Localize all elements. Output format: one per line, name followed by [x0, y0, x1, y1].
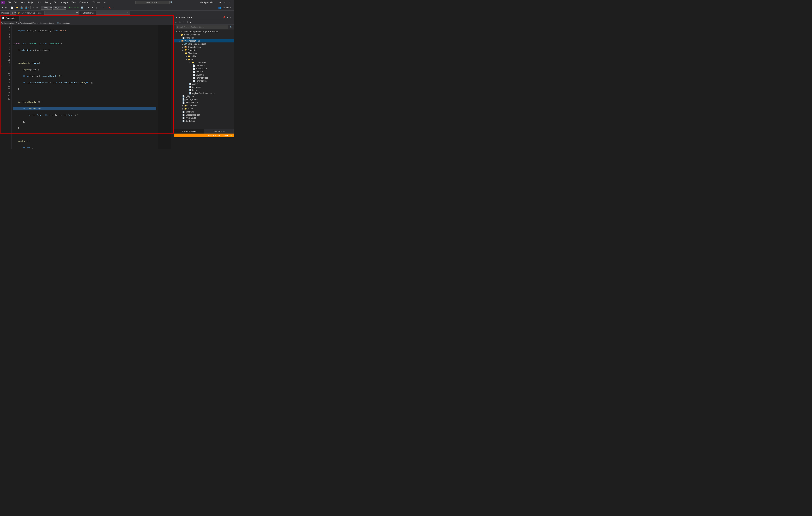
close-btn[interactable]: ✕	[228, 1, 232, 4]
live-share-btn[interactable]: 👥 Live Share	[216, 6, 233, 9]
se-view-btn[interactable]: 👁	[182, 21, 185, 24]
tree-gitignore-1[interactable]: 📄 .gitignore	[174, 95, 234, 98]
se-search-btn[interactable]: 🔍	[229, 26, 233, 29]
menu-edit[interactable]: Edit	[12, 1, 19, 4]
se-chevron-btn[interactable]: ▾	[227, 16, 229, 19]
menu-extensions[interactable]: Extensions	[78, 1, 91, 4]
maximize-btn[interactable]: □	[223, 1, 227, 4]
stop-btn[interactable]: ⏹	[90, 6, 94, 9]
menu-project[interactable]: Project	[27, 1, 36, 4]
menu-debug[interactable]: Debug	[44, 1, 53, 4]
editor-tab-counter-js[interactable]: 📄 Counter.js ✕	[0, 15, 20, 21]
undo-btn[interactable]: ↩	[31, 6, 35, 9]
tree-register-sw[interactable]: 📄 registerServiceWorker.js	[174, 92, 234, 95]
stack-frame-dropdown[interactable]	[96, 11, 130, 15]
bookmark-btn[interactable]: 🔖	[108, 6, 112, 9]
menu-view[interactable]: View	[19, 1, 26, 4]
ca-icon: 📁	[184, 52, 187, 54]
tree-appsettings[interactable]: 📄 appsettings.json	[174, 113, 234, 116]
se-pin-btn[interactable]: 📌	[222, 16, 226, 19]
code-line-14: currentCount: this.state.currentCount + …	[13, 114, 156, 117]
se-search-input[interactable]	[176, 25, 228, 29]
tree-program-cs[interactable]: 📄 Program.cs	[174, 116, 234, 119]
tree-package-json[interactable]: 📄 package.json	[174, 98, 234, 101]
restart-btn[interactable]: 🔄	[80, 6, 84, 9]
continue-btn[interactable]: ▶ Continue	[68, 6, 80, 9]
se-props-btn[interactable]: ⚙	[178, 21, 181, 24]
process-dropdown[interactable]: []	[10, 11, 17, 15]
se-close-btn[interactable]: ✕	[229, 16, 232, 19]
tree-readme[interactable]: 📄 README.md	[174, 101, 234, 104]
global-search[interactable]: Search (Ctrl+Q)	[135, 1, 170, 4]
editor-vscrollbar[interactable]	[171, 25, 174, 148]
editor-tab-bar: 📄 Counter.js ✕	[0, 15, 174, 21]
save-btn[interactable]: 💾	[19, 6, 24, 9]
open-btn[interactable]: 📂	[14, 6, 19, 9]
tree-script-docs[interactable]: ▶ 📁 Script Documents	[174, 33, 234, 36]
bp-20	[0, 87, 3, 90]
tree-counter-js[interactable]: 📄 Counter.js	[174, 64, 234, 67]
menu-test[interactable]: Test	[53, 1, 59, 4]
package-json-label: package.json	[185, 98, 198, 101]
settings-btn[interactable]: ⚙	[112, 6, 116, 9]
tree-layout-js[interactable]: 📄 Layout.js	[174, 73, 234, 76]
debug-config-dropdown[interactable]: Debug	[41, 6, 52, 9]
se-tab-team-explorer[interactable]: Team Explorer	[204, 129, 234, 134]
forward-btn[interactable]: ▶	[4, 6, 8, 9]
tree-webapp4[interactable]: ▼ 📦 WebApplication4	[174, 39, 234, 43]
menu-tools[interactable]: Tools	[70, 1, 78, 4]
tree-app-js[interactable]: 📄 App.js	[174, 83, 234, 86]
tree-clientapp[interactable]: ▼ 📁 ClientApp	[174, 52, 234, 55]
se-toolbar: ⟳ ⚙ 👁 ⚗ ◀	[174, 20, 234, 25]
tree-index-js[interactable]: 📄 index.js	[174, 89, 234, 92]
back-btn[interactable]: ◀	[1, 6, 4, 9]
tree-components[interactable]: ▼ 📁 components	[174, 61, 234, 64]
tree-controllers[interactable]: ▶ 📁 Controllers	[174, 104, 234, 107]
new-project-btn[interactable]: 📄	[10, 6, 14, 9]
code-text[interactable]: import React, { Component } from 'react'…	[12, 25, 158, 148]
tree-bundle-js[interactable]: 📄 bundle.js	[174, 36, 234, 39]
tree-public[interactable]: ▶ 📁 public	[174, 55, 234, 58]
tree-startup-cs[interactable]: 📄 Startup.cs	[174, 119, 234, 123]
tree-navmenu-css[interactable]: 📄 NavMenu.css	[174, 76, 234, 79]
tree-connected-services[interactable]: ▶ 🔗 Connected Services	[174, 43, 234, 46]
save-all-btn[interactable]: 💾+	[24, 6, 30, 9]
se-collapse-btn[interactable]: ◀	[189, 21, 192, 24]
tab-close-btn[interactable]: ✕	[16, 17, 17, 19]
tree-index-css[interactable]: 📄 index.css	[174, 86, 234, 89]
add-source-control-text[interactable]: Add to Source Control	[208, 134, 227, 136]
tree-gitignore-2[interactable]: 📄 .gitignore	[174, 110, 234, 113]
counter-js-icon: 📄	[193, 64, 195, 67]
menu-window[interactable]: Window	[91, 1, 101, 4]
thread-dropdown[interactable]	[44, 11, 79, 15]
tree-navmenu-js[interactable]: 📄 NavMenu.js	[174, 79, 234, 83]
pause-btn[interactable]: ⏸	[86, 6, 90, 9]
se-filter-btn[interactable]: ⚗	[185, 21, 189, 24]
cpu-dropdown[interactable]: Any CPU	[53, 6, 66, 9]
register-sw-icon: 📄	[189, 92, 192, 94]
menu-analyze[interactable]: Analyze	[60, 1, 70, 4]
menu-file[interactable]: File	[6, 1, 12, 4]
tree-properties[interactable]: ▶ 🔑 Properties	[174, 49, 234, 52]
tree-src[interactable]: ▼ 📁 src	[174, 58, 234, 61]
props-expand-icon: ▶	[182, 49, 183, 51]
minimize-btn[interactable]: ─	[218, 1, 223, 4]
se-tab-solution-explorer[interactable]: Solution Explorer	[174, 129, 204, 134]
code-editor[interactable]: ● 1 2 3 4 5	[0, 25, 174, 148]
breadcrumb-part2: incrementCounter	[40, 22, 55, 24]
se-sync-btn[interactable]: ⟳	[175, 21, 178, 24]
step-over-btn[interactable]: ⤵	[95, 6, 98, 9]
readme-icon: 📄	[182, 101, 185, 104]
tree-fetchdata-js[interactable]: 📄 FetchData.js	[174, 67, 234, 70]
step-into-btn[interactable]: ⬇	[98, 6, 102, 9]
redo-btn[interactable]: ↪	[35, 6, 39, 9]
tree-pages[interactable]: ▶ 📁 Pages	[174, 107, 234, 110]
tree-dependencies[interactable]: ▶ 📦 Dependencies	[174, 46, 234, 49]
bp-23	[0, 97, 3, 100]
ctrl-expand-icon: ▶	[182, 105, 183, 107]
tree-solution[interactable]: ▼ 🗂 Solution 'WebApplication4' (1 of 1 p…	[174, 30, 234, 33]
menu-build[interactable]: Build	[36, 1, 44, 4]
step-out-btn[interactable]: ⬆	[102, 6, 106, 9]
tree-home-js[interactable]: 📄 Home.js	[174, 70, 234, 73]
menu-help[interactable]: Help	[102, 1, 109, 4]
